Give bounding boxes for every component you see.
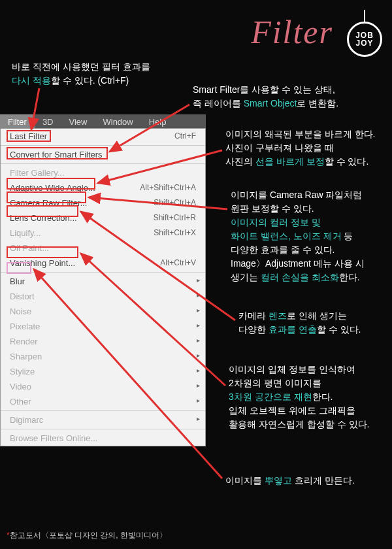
annotation-adaptive-wide-angle: 이미지의 왜곡된 부분을 바르게 한다. 사진이 구부러져 나왔을 때 사진의 …	[225, 127, 375, 169]
menu-lens-correction[interactable]: Lens Correction...Shift+Ctrl+R	[1, 210, 205, 225]
annotation-blur: 이미지를 뿌옇고 흐리게 만든다.	[225, 474, 355, 488]
menubar-item-help[interactable]: Help	[141, 114, 174, 129]
annotation-vanishing-point: 이미지의 입체 정보를 인식하여 2차원의 평면 이미지를 3차원 공간으로 재…	[229, 363, 369, 431]
annotation-lens-correction: 카메라 렌즈로 인해 생기는 다양한 효과를 연출할 수 있다.	[238, 309, 361, 337]
menu-last-filter[interactable]: Last FilterCtrl+F	[1, 129, 205, 144]
menu-pixelate[interactable]: Pixelate	[1, 319, 205, 334]
menu-stylize[interactable]: Stylize	[1, 364, 205, 379]
menubar-item-filter[interactable]: Filter	[0, 114, 35, 129]
logo-text-2: JOY	[355, 39, 373, 47]
menubar-item-3d[interactable]: 3D	[35, 114, 61, 129]
menu-liquify[interactable]: Liquify...Shift+Ctrl+X	[1, 225, 205, 241]
menu-video[interactable]: Video	[1, 379, 205, 394]
menu-other[interactable]: Other	[1, 394, 205, 409]
menu-vanishing-point[interactable]: Vanishing Point...Alt+Ctrl+V	[1, 256, 205, 271]
reference-text: *참고도서〈포토샵 디자인 강의, 한빛미디어〉	[7, 530, 167, 541]
annotation-last-filter: 바로 직전에 사용했던 필터 효과를 다시 적용할 수 있다. (Ctrl+F)	[12, 60, 150, 88]
menu-browse-filters-online[interactable]: Browse Filters Online...	[1, 431, 205, 446]
menu-adaptive-wide-angle[interactable]: Adaptive Wide Angle...Alt+Shift+Ctrl+A	[1, 180, 205, 195]
menubar-item-view[interactable]: View	[61, 114, 95, 129]
logo: JOB JOY	[347, 10, 382, 57]
menubar: Filter 3D View Window Help	[0, 114, 206, 129]
menu-sharpen[interactable]: Sharpen	[1, 349, 205, 364]
menu-digimarc[interactable]: Digimarc	[1, 412, 205, 427]
menu-distort[interactable]: Distort	[1, 289, 205, 304]
annotation-smart-filter: Smart Filter를 사용할 수 있는 상태, 즉 레이어를 Smart …	[193, 83, 338, 110]
menu-noise[interactable]: Noise	[1, 304, 205, 319]
menu-camera-raw-filter[interactable]: Camera Raw Filter...Shift+Ctrl+A	[1, 195, 205, 210]
filter-dropdown: Last FilterCtrl+F Convert for Smart Filt…	[0, 128, 206, 446]
menu-convert-smart-filters[interactable]: Convert for Smart Filters	[1, 147, 205, 162]
menu-blur[interactable]: Blur	[1, 274, 205, 289]
menu-filter-gallery[interactable]: Filter Gallery...	[1, 165, 205, 180]
menu-render[interactable]: Render	[1, 334, 205, 349]
menubar-item-window[interactable]: Window	[95, 114, 140, 129]
menu-oil-paint[interactable]: Oil Paint...	[1, 241, 205, 256]
page-title: Filter	[251, 13, 333, 51]
annotation-camera-raw: 이미지를 Camera Raw 파일처럼 원판 보정할 수 있다. 이미지의 컬…	[231, 188, 365, 284]
